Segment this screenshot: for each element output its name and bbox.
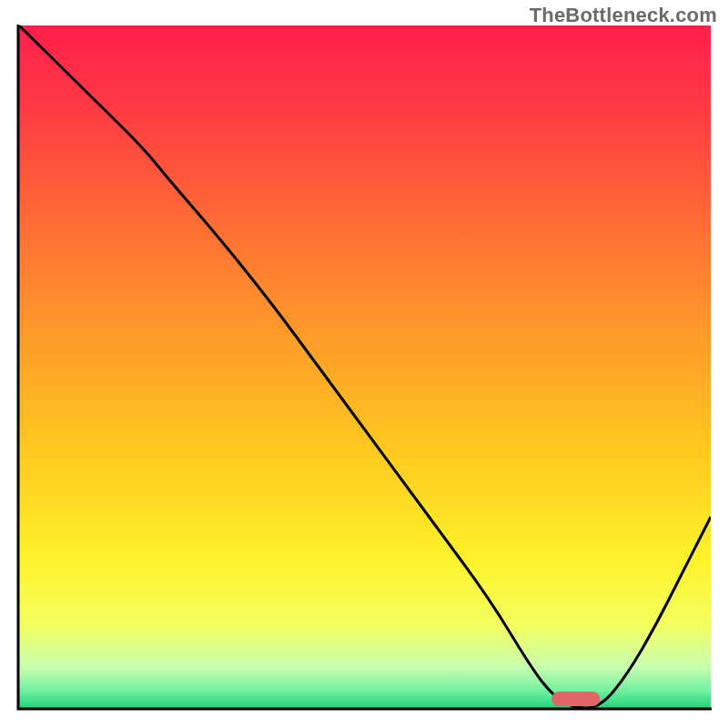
optimal-marker [551,692,600,706]
bottleneck-chart [0,0,728,728]
watermark-text: TheBottleneck.com [530,4,717,27]
